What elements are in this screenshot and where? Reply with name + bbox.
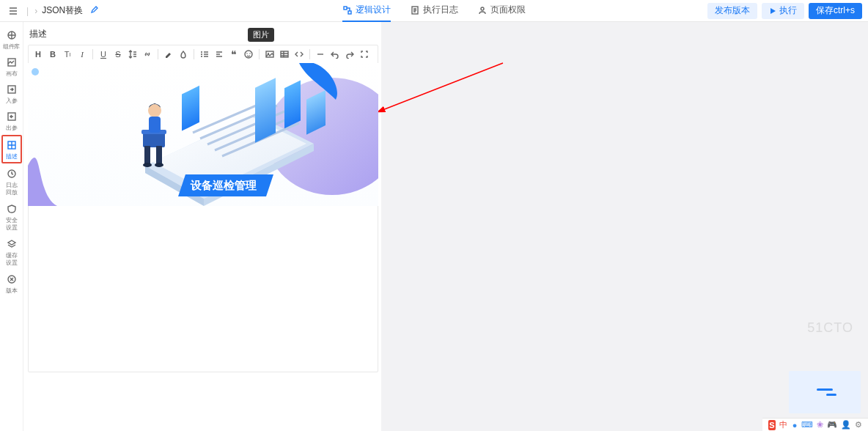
nav-label: 出参	[6, 125, 17, 131]
outparam-icon	[6, 111, 18, 122]
watermark: 51CTO	[807, 320, 853, 336]
header-tabs: 逻辑设计 执行日志 页面权限	[342, 0, 526, 22]
editor-inline-image: 设备巡检管理	[28, 63, 378, 206]
table-button[interactable]	[278, 48, 291, 61]
design-canvas[interactable]: 51CTO S 中 ● ⌨ ❀ 🎮 👤 ⚙	[381, 22, 868, 431]
bold-button[interactable]: B	[46, 48, 59, 61]
toolbar-separator	[259, 49, 260, 59]
components-icon	[6, 29, 18, 41]
tab-label: 执行日志	[423, 4, 458, 16]
nav-canvas[interactable]: 画布	[1, 54, 22, 79]
nav-label: 缓存 设置	[6, 253, 17, 267]
user-icon[interactable]: 👤	[841, 420, 851, 430]
mic-icon[interactable]: ●	[791, 420, 798, 430]
heading-button[interactable]: H	[32, 48, 45, 61]
play-icon	[769, 7, 776, 15]
underline-button[interactable]: U	[97, 48, 110, 61]
svg-point-16	[249, 53, 250, 54]
fullscreen-button[interactable]	[358, 48, 371, 61]
nav-desc[interactable]: 描述	[1, 135, 22, 163]
illustration-caption: 设备巡检管理	[190, 179, 257, 191]
ime-icon[interactable]: S	[768, 420, 776, 430]
logic-design-icon	[342, 5, 353, 15]
svg-rect-0	[344, 7, 347, 10]
emoji-button[interactable]	[242, 48, 255, 61]
edit-title-icon[interactable]	[90, 5, 99, 16]
hr-button[interactable]	[314, 48, 327, 61]
svg-rect-33	[284, 81, 301, 129]
svg-point-42	[155, 163, 163, 167]
toolbar-separator	[309, 49, 310, 59]
nav-components[interactable]: 组件库	[1, 26, 22, 52]
annotation-arrow	[378, 59, 510, 117]
svg-rect-38	[149, 117, 161, 133]
svg-rect-35	[143, 133, 165, 147]
tab-page-permission[interactable]: 页面权限	[477, 0, 526, 22]
align-button[interactable]	[213, 48, 226, 61]
svg-point-12	[201, 54, 202, 55]
svg-point-43	[32, 68, 39, 75]
code-button[interactable]	[293, 48, 306, 61]
panel-title: 描述	[28, 26, 378, 45]
link-button[interactable]	[141, 48, 154, 61]
publish-button[interactable]: 发布版本	[707, 3, 757, 19]
extra-icon[interactable]: ❀	[816, 420, 823, 430]
nav-label: 画布	[6, 70, 17, 77]
svg-point-11	[201, 51, 202, 53]
ime-lang-indicator[interactable]: 中	[779, 420, 787, 430]
svg-point-15	[246, 53, 247, 54]
save-button[interactable]: 保存ctrl+s	[809, 3, 862, 19]
desc-icon	[6, 139, 18, 151]
toolbar-separator	[194, 49, 194, 59]
nav-label: 组件库	[3, 43, 20, 50]
svg-point-13	[201, 56, 202, 57]
nav-security[interactable]: 安全 设置	[1, 200, 22, 234]
svg-rect-31	[182, 86, 199, 131]
nav-outparam[interactable]: 出参	[1, 108, 22, 133]
redo-button[interactable]	[343, 48, 356, 61]
svg-rect-40	[156, 146, 162, 163]
breadcrumb: | › JSON替换	[6, 4, 99, 18]
nav-version[interactable]: 版本	[1, 270, 22, 296]
tab-label: 页面权限	[490, 4, 526, 16]
breadcrumb-title: JSON替换	[42, 4, 83, 17]
font-size-button[interactable]: TI	[61, 48, 74, 61]
exec-log-icon	[410, 5, 420, 15]
keyboard-icon[interactable]: ⌨	[802, 420, 812, 430]
nav-label: 版本	[6, 287, 17, 294]
strikethrough-button[interactable]: S	[111, 48, 125, 61]
line-height-button[interactable]	[126, 48, 139, 61]
italic-button[interactable]: I	[76, 48, 89, 61]
quote-button[interactable]: ❝	[227, 48, 240, 61]
security-icon	[6, 203, 18, 215]
version-icon	[6, 273, 18, 285]
nav-cache[interactable]: 缓存 设置	[1, 235, 22, 269]
tab-label: 逻辑设计	[356, 4, 391, 16]
floating-hint-card[interactable]	[789, 371, 861, 413]
header-actions: 发布版本 执行 保存ctrl+s	[707, 3, 862, 19]
tab-exec-log[interactable]: 执行日志	[410, 0, 458, 22]
menu-toggle-icon[interactable]	[6, 4, 21, 18]
svg-rect-32	[255, 78, 276, 143]
unordered-list-button[interactable]	[198, 48, 211, 61]
game-icon[interactable]: 🎮	[827, 420, 837, 430]
canvas-icon	[6, 56, 18, 68]
run-button[interactable]: 执行	[762, 3, 804, 19]
text-color-button[interactable]	[177, 48, 190, 61]
tab-logic-design[interactable]: 逻辑设计	[342, 0, 391, 22]
svg-point-14	[245, 51, 252, 58]
inparam-icon	[6, 84, 18, 95]
image-button[interactable]	[263, 48, 276, 61]
editor-toolbar: H B TI I U S ❝	[29, 45, 378, 64]
undo-button[interactable]	[328, 48, 342, 61]
settings-icon[interactable]: ⚙	[855, 420, 862, 430]
nav-inparam[interactable]: 入参	[1, 81, 22, 106]
highlight-button[interactable]	[162, 48, 175, 61]
nav-logreplay[interactable]: 日志 回放	[1, 165, 22, 199]
top-bar: | › JSON替换 逻辑设计 执行日志 页面权限 发布版本	[0, 0, 868, 22]
system-taskbar: S 中 ● ⌨ ❀ 🎮 👤 ⚙	[762, 418, 868, 431]
toolbar-separator	[158, 49, 158, 59]
nav-label: 描述	[6, 153, 17, 160]
nav-label: 安全 设置	[6, 218, 17, 232]
breadcrumb-separator: |	[26, 6, 29, 16]
